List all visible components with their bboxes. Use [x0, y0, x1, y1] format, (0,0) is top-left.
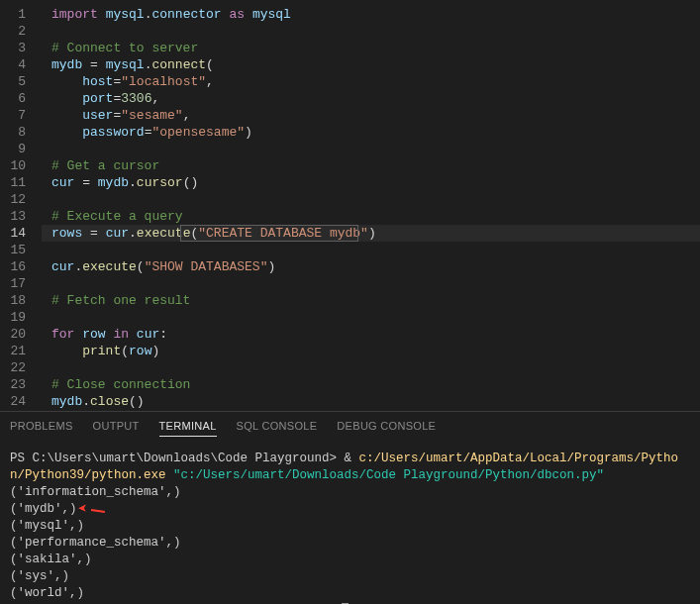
code-line[interactable]: mydb = mysql.connect(: [42, 56, 700, 73]
token: [51, 91, 82, 106]
line-number: 12: [0, 191, 26, 208]
token: ): [245, 125, 252, 140]
line-number: 1: [0, 6, 26, 23]
token: [245, 7, 252, 22]
code-line[interactable]: rows = cur.execute("CREATE DATABASE mydb…: [42, 225, 700, 242]
token: # Execute a query: [51, 209, 183, 224]
panel-tab[interactable]: SQL CONSOLE: [237, 420, 318, 437]
token: :: [159, 327, 167, 342]
terminal-output-line: ('sakila',): [10, 552, 690, 568]
line-number: 16: [0, 258, 26, 275]
code-line[interactable]: [42, 242, 700, 258]
code-line[interactable]: host="localhost",: [42, 73, 700, 90]
line-number: 4: [0, 56, 26, 73]
code-line[interactable]: # Close connection: [42, 376, 700, 393]
terminal-output-line: ('mydb',): [10, 501, 690, 518]
line-number: 5: [0, 73, 26, 90]
code-line[interactable]: # Execute a query: [42, 208, 700, 225]
line-number: 13: [0, 208, 26, 225]
token: row: [129, 344, 151, 358]
line-number: 7: [0, 107, 26, 124]
token: "sesame": [121, 108, 182, 123]
token: in: [113, 327, 129, 342]
token: (): [183, 175, 199, 190]
token: close: [90, 394, 129, 409]
line-number: 20: [0, 326, 26, 343]
token: (: [121, 344, 129, 358]
code-line[interactable]: [42, 191, 700, 208]
code-line[interactable]: [42, 141, 700, 157]
token: [51, 125, 82, 140]
line-number: 21: [0, 343, 26, 359]
code-line[interactable]: import mysql.connector as mysql: [42, 6, 700, 23]
line-number-gutter: 123456789101112131415161718192021222324: [0, 0, 42, 411]
code-line[interactable]: # Fetch one result: [42, 292, 700, 309]
token: "CREATE DATABASE mydb": [198, 226, 368, 241]
code-line[interactable]: user="sesame",: [42, 107, 700, 124]
token: # Get a cursor: [51, 158, 159, 173]
token: row: [82, 327, 105, 342]
line-number: 3: [0, 40, 26, 56]
line-number: 2: [0, 23, 26, 40]
line-number: 15: [0, 242, 26, 258]
line-number: 14: [0, 225, 26, 242]
token: rows: [51, 226, 82, 241]
line-number: 23: [0, 376, 26, 393]
token: print: [82, 344, 121, 358]
terminal-output-line: ('information_schema',): [10, 484, 690, 501]
token: "SHOW DATABASES": [145, 259, 268, 274]
line-number: 24: [0, 393, 26, 410]
code-line[interactable]: password="opensesame"): [42, 124, 700, 141]
code-line[interactable]: # Get a cursor: [42, 157, 700, 174]
token: connect: [151, 57, 206, 72]
code-line[interactable]: cur.execute("SHOW DATABASES"): [42, 258, 700, 275]
token: import: [51, 7, 98, 22]
token: user: [82, 108, 113, 123]
token: execute: [82, 259, 137, 274]
panel-tab[interactable]: TERMINAL: [159, 420, 217, 437]
code-line[interactable]: cur = mydb.cursor(): [42, 174, 700, 191]
bottom-panel: PROBLEMSOUTPUTTERMINALSQL CONSOLEDEBUG C…: [0, 411, 700, 604]
token: mydb: [51, 57, 82, 72]
token: port: [82, 91, 113, 106]
panel-tab[interactable]: OUTPUT: [93, 420, 140, 437]
code-line[interactable]: [42, 23, 700, 40]
terminal-output-line: ('performance_schema',): [10, 535, 690, 552]
token: cur: [137, 327, 159, 342]
line-number: 11: [0, 174, 26, 191]
token: mysql: [252, 7, 291, 22]
code-line[interactable]: [42, 309, 700, 326]
line-number: 18: [0, 292, 26, 309]
code-line[interactable]: print(row): [42, 343, 700, 359]
token: [51, 344, 82, 358]
panel-tabs: PROBLEMSOUTPUTTERMINALSQL CONSOLEDEBUG C…: [0, 412, 700, 445]
token: [129, 327, 137, 342]
code-line[interactable]: port=3306,: [42, 90, 700, 107]
token: mydb: [98, 175, 129, 190]
token: as: [229, 7, 245, 22]
token: =: [74, 175, 97, 190]
token: cur: [51, 259, 74, 274]
terminal-output-line: ('world',): [10, 585, 690, 602]
code-line[interactable]: # Connect to server: [42, 40, 700, 56]
token: # Close connection: [51, 377, 190, 392]
code-line[interactable]: [42, 275, 700, 292]
token: mysql: [106, 57, 145, 72]
code-line[interactable]: mydb.close(): [42, 393, 700, 410]
token: password: [82, 125, 144, 140]
token: mysql: [106, 7, 145, 22]
panel-tab[interactable]: PROBLEMS: [10, 420, 73, 437]
token: (: [206, 57, 214, 72]
panel-tab[interactable]: DEBUG CONSOLE: [337, 420, 436, 437]
code-line[interactable]: [42, 359, 700, 376]
code-editor[interactable]: 123456789101112131415161718192021222324 …: [0, 0, 700, 411]
code-area[interactable]: import mysql.connector as mysql# Connect…: [42, 0, 700, 411]
token: ,: [151, 91, 159, 106]
token: cursor: [137, 175, 183, 190]
code-line[interactable]: for row in cur:: [42, 326, 700, 343]
terminal-output-line: ('mysql',): [10, 518, 690, 535]
token: cur: [106, 226, 129, 241]
line-number: 6: [0, 90, 26, 107]
terminal-output[interactable]: PS C:\Users\umart\Downloads\Code Playgro…: [0, 445, 700, 604]
token: # Fetch one result: [51, 293, 190, 308]
